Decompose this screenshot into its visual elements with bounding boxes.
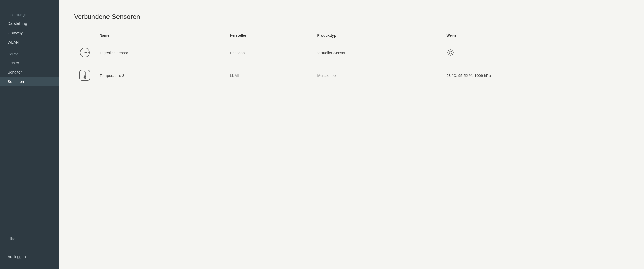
svg-rect-20: [85, 75, 85, 77]
col-header-werte: Werte: [443, 31, 629, 41]
svg-point-21: [84, 77, 86, 78]
page-title: Verbundene Sensoren: [74, 13, 629, 21]
sidebar-bottom: Hilfe Ausloggen: [0, 234, 59, 261]
col-header-produkttyp: Produkttyp: [313, 31, 443, 41]
table-header: Name Hersteller Produkttyp Werte: [74, 31, 629, 41]
sensor-hersteller-2: LUMI: [226, 64, 313, 87]
sensor-werte-1: [443, 41, 629, 64]
sidebar: Einstellungen Darstellung Gateway WLAN G…: [0, 0, 59, 269]
devices-section: Geräte Lichter Schalter Sensoren: [0, 47, 59, 86]
sidebar-item-lichter[interactable]: Lichter: [0, 58, 59, 67]
svg-line-13: [448, 50, 449, 51]
sensor-name-1: Tageslichtsensor: [96, 41, 226, 64]
sensor-icon-cell-2: [74, 64, 96, 87]
sidebar-item-darstellung[interactable]: Darstellung: [0, 19, 59, 28]
sidebar-item-ausloggen[interactable]: Ausloggen: [0, 252, 59, 261]
sensor-icon-cell: [74, 41, 96, 64]
sensor-name-2: Temperature 8: [96, 64, 226, 87]
table-body: Tageslichtsensor Phoscon Virtueller Sens…: [74, 41, 629, 87]
sensor-hersteller-1: Phoscon: [226, 41, 313, 64]
col-header-hersteller: Hersteller: [226, 31, 313, 41]
devices-section-label: Geräte: [0, 47, 59, 58]
table-row: Temperature 8 LUMI Multisensor 23 °C, 95…: [74, 64, 629, 87]
sensor-produkttyp-2: Multisensor: [313, 64, 443, 87]
sensor-werte-2: 23 °C, 95.52 %, 1009 hPa: [443, 64, 629, 87]
clock-icon: [78, 46, 91, 59]
main-content: Verbundene Sensoren Name Hersteller Prod…: [59, 0, 644, 269]
sun-icon: [447, 48, 455, 57]
svg-line-16: [448, 54, 449, 55]
col-header-icon: [74, 31, 96, 41]
thermometer-icon: [78, 69, 91, 82]
settings-section: Einstellungen Darstellung Gateway WLAN: [0, 8, 59, 47]
col-header-name: Name: [96, 31, 226, 41]
sidebar-item-hilfe[interactable]: Hilfe: [0, 234, 59, 243]
settings-section-label: Einstellungen: [0, 8, 59, 19]
table-row: Tageslichtsensor Phoscon Virtueller Sens…: [74, 41, 629, 64]
svg-point-8: [449, 51, 452, 54]
sidebar-item-sensoren[interactable]: Sensoren: [0, 77, 59, 86]
sensor-produkttyp-1: Virtueller Sensor: [313, 41, 443, 64]
sensor-table: Name Hersteller Produkttyp Werte: [74, 31, 629, 87]
sidebar-item-wlan[interactable]: WLAN: [0, 38, 59, 47]
svg-line-15: [452, 50, 453, 51]
sidebar-divider: [7, 248, 52, 248]
sidebar-item-gateway[interactable]: Gateway: [0, 28, 59, 38]
svg-line-14: [452, 54, 453, 55]
sidebar-item-schalter[interactable]: Schalter: [0, 67, 59, 77]
